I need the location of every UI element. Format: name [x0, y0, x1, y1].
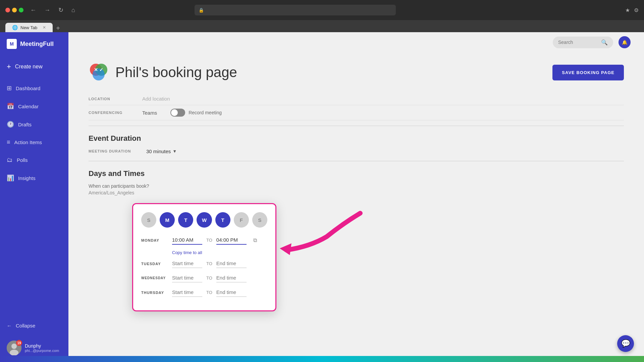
- page-title-row: ✕ ✓ Phil's booking page SAVE BOOKING PAG…: [89, 62, 624, 82]
- browser-icons: ★ ⚙: [625, 7, 639, 13]
- address-bar[interactable]: 🔒: [195, 5, 396, 15]
- browser-dots: [5, 8, 23, 12]
- reload-button[interactable]: ↻: [56, 5, 66, 15]
- header-icons: 🔔: [619, 36, 631, 48]
- sidebar-logo: M MeetingFull: [0, 32, 68, 56]
- notification-button[interactable]: 🔔: [619, 36, 631, 48]
- monday-schedule: MONDAY TO ⧉ Copy time to all: [141, 236, 267, 255]
- forward-button[interactable]: →: [42, 5, 53, 15]
- wednesday-end-time[interactable]: [216, 274, 247, 283]
- create-new-button[interactable]: + Create new: [0, 56, 68, 79]
- sidebar-item-calendar-label: Calendar: [18, 104, 39, 109]
- user-email: phi...@purpome.com: [25, 349, 59, 353]
- user-name: Dunphy: [25, 343, 59, 349]
- dashboard-icon: ⊞: [7, 84, 12, 92]
- copy-time-link[interactable]: Copy time to all: [172, 250, 267, 255]
- chat-button[interactable]: 💬: [617, 335, 634, 352]
- day-thursday-button[interactable]: T: [215, 212, 230, 228]
- sidebar-item-calendar[interactable]: 📅 Calendar: [0, 97, 68, 115]
- day-friday-button[interactable]: F: [234, 212, 249, 228]
- tuesday-to-separator: TO: [206, 261, 212, 266]
- maximize-dot[interactable]: [19, 8, 23, 12]
- wednesday-start-time[interactable]: [172, 274, 202, 283]
- collapse-button[interactable]: ← Collapse: [0, 317, 68, 334]
- back-button[interactable]: ←: [28, 5, 39, 15]
- thursday-end-time[interactable]: [216, 288, 247, 297]
- sidebar-item-drafts[interactable]: 🕐 Drafts: [0, 115, 68, 133]
- tab-label: New Tab: [20, 25, 37, 30]
- active-tab[interactable]: 🌐 New Tab ✕: [5, 23, 53, 32]
- day-sunday-button[interactable]: S: [141, 212, 156, 228]
- search-icon: 🔍: [601, 39, 608, 46]
- home-button[interactable]: ⌂: [69, 5, 78, 15]
- day-wednesday-button[interactable]: W: [197, 212, 212, 228]
- address-text: 🔒: [199, 8, 204, 13]
- location-label: LOCATION: [89, 97, 142, 101]
- search-input[interactable]: [558, 40, 598, 45]
- sidebar-item-dashboard-label: Dashboard: [16, 85, 40, 91]
- thursday-start-time[interactable]: [172, 288, 202, 297]
- day-monday-button[interactable]: M: [160, 212, 175, 228]
- svg-marker-8: [280, 243, 291, 255]
- days-times-title: Days and Times: [89, 169, 624, 178]
- minimize-dot[interactable]: [12, 8, 17, 12]
- timezone: America/Los_Angeles: [89, 190, 624, 195]
- wednesday-to-separator: TO: [206, 276, 212, 281]
- duration-select[interactable]: 30 minutes ▾: [146, 148, 176, 154]
- monday-end-time[interactable]: [216, 236, 247, 245]
- tuesday-end-time[interactable]: [216, 259, 247, 268]
- tuesday-row: TUESDAY TO: [141, 259, 267, 268]
- sidebar-item-polls[interactable]: 🗂 Polls: [0, 151, 68, 169]
- thursday-row: THURSDAY TO: [141, 288, 267, 297]
- user-info: 19 Dunphy phi...@purpome.com: [7, 341, 62, 355]
- conferencing-label: CONFERENCING: [89, 111, 142, 115]
- svg-text:✕: ✕: [94, 67, 98, 72]
- search-bar[interactable]: 🔍: [553, 37, 613, 48]
- monday-start-time[interactable]: [172, 236, 202, 245]
- days-times-subtitle: When can participants book?: [89, 183, 624, 189]
- extensions-icon[interactable]: ★: [625, 7, 630, 13]
- event-duration-title: Event Duration: [89, 134, 624, 143]
- tab-close-icon[interactable]: ✕: [43, 25, 46, 30]
- sidebar: M MeetingFull + Create new ⊞ Dashboard 📅…: [0, 32, 68, 362]
- sidebar-item-drafts-label: Drafts: [18, 122, 32, 127]
- app-layout: M MeetingFull + Create new ⊞ Dashboard 📅…: [0, 32, 644, 362]
- bottom-gradient-bar: [0, 356, 644, 362]
- record-meeting-label: Record meeting: [189, 110, 222, 115]
- insights-icon: 📊: [7, 174, 14, 182]
- location-row: LOCATION Add location: [89, 93, 624, 105]
- sidebar-item-polls-label: Polls: [17, 157, 28, 163]
- toggle-switch[interactable]: [170, 109, 185, 117]
- sidebar-item-dashboard[interactable]: ⊞ Dashboard: [0, 79, 68, 97]
- day-saturday-button[interactable]: S: [252, 212, 267, 228]
- notification-badge: 19: [16, 340, 22, 346]
- chevron-down-icon: ▾: [173, 148, 176, 154]
- page-logo: ✕ ✓: [89, 62, 109, 82]
- sidebar-item-action-items[interactable]: ≡ Action Items: [0, 133, 68, 151]
- monday-label: MONDAY: [141, 238, 168, 242]
- copy-icon[interactable]: ⧉: [253, 237, 257, 243]
- meeting-duration-label: MEETING DURATION: [89, 149, 142, 153]
- main-header: 🔍 🔔: [68, 32, 644, 52]
- save-booking-page-button[interactable]: SAVE BOOKING PAGE: [552, 65, 624, 80]
- tuesday-start-time[interactable]: [172, 259, 202, 268]
- location-value[interactable]: Add location: [142, 96, 170, 102]
- sidebar-item-insights[interactable]: 📊 Insights: [0, 169, 68, 187]
- browser-nav: ← → ↻ ⌂: [28, 5, 78, 15]
- logo-icon: M: [7, 39, 17, 49]
- browser-chrome: ← → ↻ ⌂ 🔒 ★ ⚙: [0, 0, 644, 20]
- close-dot[interactable]: [5, 8, 10, 12]
- avatar-container: 19: [7, 341, 21, 355]
- sidebar-item-insights-label: Insights: [18, 175, 36, 181]
- day-tuesday-button[interactable]: T: [178, 212, 193, 228]
- plus-icon: +: [7, 62, 11, 71]
- new-tab-button[interactable]: +: [56, 24, 60, 32]
- tab-bar: 🌐 New Tab ✕ +: [0, 20, 644, 32]
- duration-value: 30 minutes: [146, 148, 171, 154]
- svg-point-1: [11, 344, 17, 349]
- record-meeting-toggle[interactable]: Record meeting: [170, 109, 222, 117]
- page-title: Phil's booking page: [115, 64, 237, 80]
- conferencing-value[interactable]: Teams: [142, 110, 157, 116]
- settings-icon[interactable]: ⚙: [634, 7, 639, 13]
- sidebar-nav: ⊞ Dashboard 📅 Calendar 🕐 Drafts ≡ Action…: [0, 79, 68, 317]
